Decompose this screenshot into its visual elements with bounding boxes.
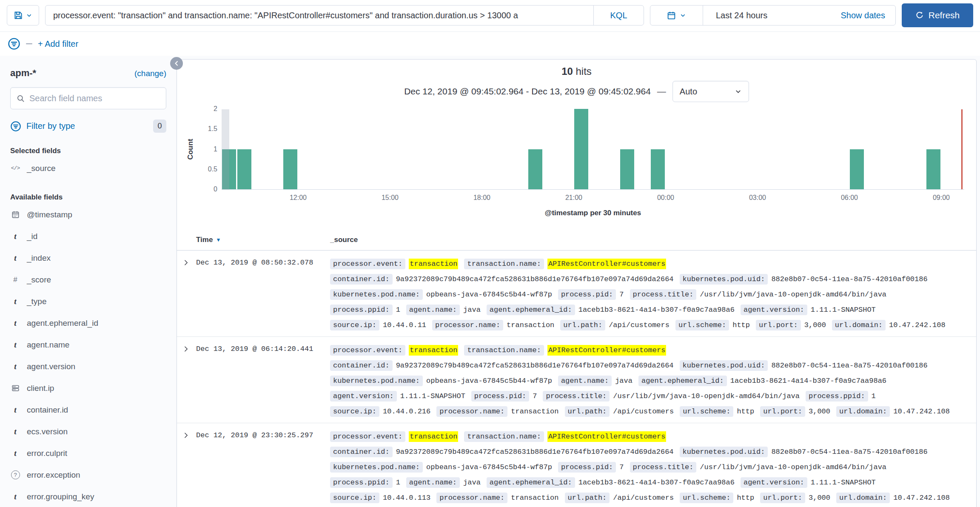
field-name-badge: process.ppid:: [330, 477, 393, 488]
field-name-badge: agent.version:: [330, 391, 397, 402]
source-column-header: _source: [330, 236, 358, 244]
filter-menu-button[interactable]: [8, 37, 20, 50]
doc-timestamp: Dec 13, 2019 @ 06:14:20.441: [196, 342, 330, 419]
sidebar-field-agent.version[interactable]: tagent.version: [10, 356, 166, 377]
field-value-pair: processor.name:transaction: [436, 493, 558, 503]
sidebar-field-client.ip[interactable]: client.ip: [10, 377, 166, 399]
field-value: 1aceb1b3-8621-4a14-b307-f0a9c7aa98a6: [578, 306, 735, 314]
source-line: kubernetes.pod.name:opbeans-java-67845c5…: [330, 287, 968, 302]
expand-row-button[interactable]: [177, 342, 196, 419]
time-column-header[interactable]: Time ▼: [196, 236, 330, 244]
query-input[interactable]: processor.event: "transaction" and trans…: [46, 6, 593, 25]
field-value: http: [732, 321, 750, 329]
histogram-bar-Dec-12-19-30[interactable]: [528, 149, 542, 190]
filter-by-type-link[interactable]: Filter by type: [26, 121, 75, 131]
field-value-pair: url.path:/api/customers: [560, 320, 669, 330]
sidebar-field-_index[interactable]: t_index: [10, 247, 166, 269]
histogram-bar-Dec-12-10-00[interactable]: [237, 149, 251, 190]
histogram-bar-Dec-12-22-30[interactable]: [620, 149, 634, 190]
field-value-pair: kubernetes.pod.name:opbeans-java-67845c5…: [330, 376, 552, 386]
field-value: 882e8b07-0c54-11ea-8a75-42010af00186: [771, 275, 927, 283]
field-value: /usr/lib/jvm/java-10-openjdk-amd64/bin/j…: [613, 392, 800, 400]
field-value: 9a92372089c79b489ca472fca528631b886d1e76…: [396, 275, 674, 283]
sidebar-field-error.culprit[interactable]: terror.culprit: [10, 442, 166, 464]
field-value-highlighted: transaction: [409, 259, 458, 269]
field-name-badge: url.port:: [760, 406, 805, 417]
doc-table-body: Dec 13, 2019 @ 08:50:32.078processor.eve…: [177, 251, 976, 507]
histogram-chart: Count 00.511.52 12:0015:0018:0021:0000:0…: [177, 102, 976, 225]
field-value: 3,000: [809, 407, 830, 416]
field-value-pair: processor.event:transaction: [330, 345, 458, 356]
sidebar-field-agent.name[interactable]: tagent.name: [10, 334, 166, 356]
expand-row-button[interactable]: [177, 429, 196, 505]
field-name-badge: processor.event:: [330, 431, 405, 442]
field-name-label: client.ip: [27, 384, 54, 393]
field-value-pair: process.title:/usr/lib/jvm/java-10-openj…: [543, 391, 800, 402]
field-name-badge: agent.version:: [741, 305, 807, 315]
save-icon: [14, 11, 23, 20]
field-value: 10.47.242.108: [893, 407, 950, 416]
sidebar-field-_source[interactable]: </>_source: [10, 157, 166, 179]
sidebar-field-_score[interactable]: #_score: [10, 269, 166, 291]
field-name-badge: agent.name:: [406, 477, 460, 488]
field-search-input[interactable]: [29, 94, 160, 103]
y-tick-label: 0: [188, 185, 217, 193]
refresh-button[interactable]: Refresh: [902, 3, 973, 27]
sidebar-field-ecs.version[interactable]: tecs.version: [10, 421, 166, 442]
sidebar-field-error.exception[interactable]: ?error.exception: [10, 464, 166, 486]
source-line: process.ppid:1agent.name:javaagent.ephem…: [330, 475, 968, 490]
field-value: 7: [619, 463, 624, 471]
filter-count-badge: 0: [153, 120, 166, 133]
field-value: 882e8b07-0c54-11ea-8a75-42010af00186: [771, 362, 927, 370]
field-name-badge: process.ppid:: [330, 305, 393, 315]
hits-line: 10 hits: [177, 66, 976, 78]
hits-label: hits: [576, 66, 592, 77]
sidebar-field-error.grouping_key[interactable]: terror.grouping_key: [10, 486, 166, 507]
field-value: 10.47.242.108: [893, 494, 950, 502]
field-value-pair: container.id:9a92372089c79b489ca472fca52…: [330, 274, 674, 285]
field-value-pair: url.domain:10.47.242.108: [836, 493, 950, 503]
sidebar-field-_type[interactable]: t_type: [10, 291, 166, 312]
sidebar-field-container.id[interactable]: tcontainer.id: [10, 399, 166, 421]
doc-source: processor.event:transactiontransaction.n…: [330, 342, 976, 419]
field-type-string-icon: t: [10, 232, 20, 241]
expand-row-button[interactable]: [177, 256, 196, 333]
x-tick-label: 03:00: [738, 194, 777, 202]
save-query-button[interactable]: [7, 5, 39, 26]
collapse-sidebar-button[interactable]: [170, 57, 183, 70]
source-line: container.id:9a92372089c79b489ca472fca52…: [330, 358, 968, 373]
table-row: Dec 13, 2019 @ 08:50:32.078processor.eve…: [177, 251, 976, 337]
source-line: processor.event:transactiontransaction.n…: [330, 256, 968, 271]
sidebar-field-@timestamp[interactable]: @timestamp: [10, 204, 166, 225]
histogram-bar-Dec-13-08-30[interactable]: [926, 149, 940, 190]
field-value: 1: [396, 479, 400, 487]
add-filter-link[interactable]: + Add filter: [38, 39, 78, 49]
field-value-pair: process.ppid:1: [330, 305, 400, 315]
date-picker-toggle[interactable]: [650, 6, 703, 25]
field-name-badge: processor.name:: [432, 320, 503, 330]
query-language-button[interactable]: KQL: [593, 6, 644, 25]
results-panel: 10 hits Dec 12, 2019 @ 09:45:02.964 - De…: [177, 59, 977, 507]
field-name-badge: process.pid:: [558, 462, 616, 473]
field-value: transaction: [507, 321, 554, 329]
partial-bucket-band: [222, 109, 229, 190]
field-value: /api/customers: [609, 321, 669, 329]
histogram-bar-Dec-13-06-00[interactable]: [850, 149, 864, 190]
field-name-badge: agent.ephemeral_id:: [487, 305, 575, 315]
field-value: opbeans-java-67845c5b44-wf87p: [426, 291, 552, 299]
field-value-pair: agent.version:1.11.1-SNAPSHOT: [741, 477, 876, 488]
field-value: /usr/lib/jvm/java-10-openjdk-amd64/bin/j…: [700, 463, 886, 471]
date-picker: Last 24 hours Show dates: [650, 5, 896, 26]
field-name-label: agent.name: [27, 340, 69, 350]
interval-select[interactable]: Auto: [672, 81, 749, 102]
histogram-bar-Dec-12-11-30[interactable]: [283, 149, 297, 190]
change-index-pattern-link[interactable]: (change): [134, 69, 166, 78]
field-name-badge: transaction.name:: [464, 345, 544, 356]
sidebar-field-_id[interactable]: t_id: [10, 225, 166, 247]
show-dates-link[interactable]: Show dates: [840, 11, 895, 20]
sidebar-field-agent.ephemeral_id[interactable]: tagent.ephemeral_id: [10, 312, 166, 334]
field-name-badge: source.ip:: [330, 406, 379, 417]
histogram-bar-Dec-12-21-00[interactable]: [574, 109, 588, 189]
histogram-bar-Dec-12-23-30[interactable]: [651, 149, 665, 190]
time-range-display[interactable]: Last 24 hours: [703, 11, 840, 20]
